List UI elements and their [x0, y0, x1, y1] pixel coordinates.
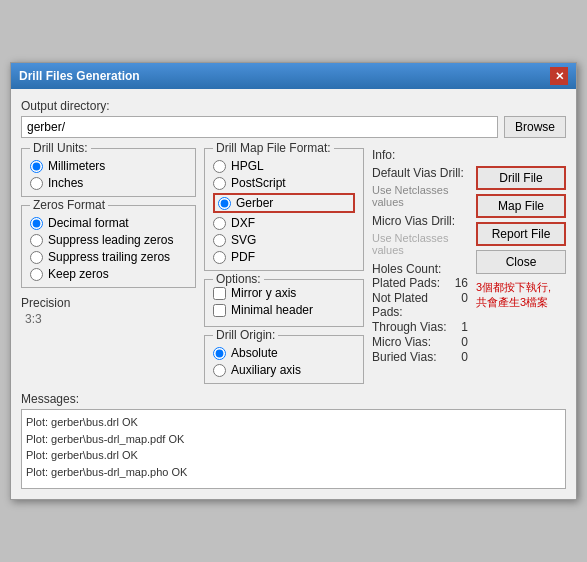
browse-button[interactable]: Browse [504, 116, 566, 138]
drill-map-box: Drill Map File Format: HPGL PostScript [204, 148, 364, 271]
radio-suppress-trailing-input[interactable] [30, 251, 43, 264]
radio-suppress-trailing-label: Suppress trailing zeros [48, 250, 170, 264]
not-plated-pads-row: Not Plated Pads: 0 [372, 291, 468, 319]
radio-suppress-leading-label: Suppress leading zeros [48, 233, 173, 247]
middle-panel: Drill Map File Format: HPGL PostScript [204, 148, 364, 384]
output-dir-input[interactable] [21, 116, 498, 138]
radio-hpgl[interactable]: HPGL [213, 159, 355, 173]
window-title: Drill Files Generation [19, 69, 140, 83]
not-plated-pads-value: 0 [461, 291, 468, 319]
title-bar: Drill Files Generation ✕ [11, 63, 576, 89]
radio-mm-input[interactable] [30, 160, 43, 173]
default-vias-row: Default Vias Drill: [372, 166, 468, 180]
drill-file-button[interactable]: Drill File [476, 166, 566, 190]
message-line: Plot: gerber\bus-drl_map.pdf OK [26, 431, 561, 448]
radio-dxf-label: DXF [231, 216, 255, 230]
radio-dxf-input[interactable] [213, 217, 226, 230]
micro-vias-row: Micro Vias Drill: [372, 214, 468, 228]
radio-mm-label: Millimeters [48, 159, 105, 173]
output-dir-label: Output directory: [21, 99, 566, 113]
radio-dxf[interactable]: DXF [213, 216, 355, 230]
radio-absolute-label: Absolute [231, 346, 278, 360]
radio-auxiliary[interactable]: Auxiliary axis [213, 363, 355, 377]
radio-decimal-label: Decimal format [48, 216, 129, 230]
message-line: Plot: gerber\bus-drl_map.pho OK [26, 464, 561, 481]
radio-auxiliary-input[interactable] [213, 364, 226, 377]
drill-units-title: Drill Units: [30, 141, 91, 155]
radio-pdf-input[interactable] [213, 251, 226, 264]
info-title: Info: [372, 148, 566, 162]
micro-vias-count-value: 0 [461, 335, 468, 349]
output-dir-row: Browse [21, 116, 566, 138]
message-line: Plot: gerber\bus.drl OK [26, 447, 561, 464]
close-button[interactable]: Close [476, 250, 566, 274]
micro-vias-label: Micro Vias Drill: [372, 214, 455, 228]
radio-gerber[interactable]: Gerber [213, 193, 355, 213]
close-window-button[interactable]: ✕ [550, 67, 568, 85]
options-title: Options: [213, 272, 264, 286]
radio-inches[interactable]: Inches [30, 176, 187, 190]
radio-suppress-trailing[interactable]: Suppress trailing zeros [30, 250, 187, 264]
radio-inch-label: Inches [48, 176, 83, 190]
checkbox-mirror-y-input[interactable] [213, 287, 226, 300]
not-plated-pads-label: Not Plated Pads: [372, 291, 461, 319]
radio-millimeters[interactable]: Millimeters [30, 159, 187, 173]
default-vias-value: Use Netclasses values [372, 184, 468, 208]
radio-hpgl-input[interactable] [213, 160, 226, 173]
radio-svg-input[interactable] [213, 234, 226, 247]
radio-suppress-leading-input[interactable] [30, 234, 43, 247]
through-vias-value: 1 [461, 320, 468, 334]
radio-absolute[interactable]: Absolute [213, 346, 355, 360]
micro-vias-value-row: Use Netclasses values [372, 232, 468, 258]
message-line: Plot: gerber\bus.drl OK [26, 414, 561, 431]
radio-postscript-label: PostScript [231, 176, 286, 190]
report-file-button[interactable]: Report File [476, 222, 566, 246]
radio-gerber-label: Gerber [236, 196, 273, 210]
radio-pdf[interactable]: PDF [213, 250, 355, 264]
checkbox-minimal-header-label: Minimal header [231, 303, 313, 317]
zeros-format-box: Zeros Format Decimal format Suppress lea… [21, 205, 196, 288]
options-box: Options: Mirror y axis Minimal header [204, 279, 364, 327]
output-dir-section: Output directory: Browse [21, 99, 566, 138]
radio-suppress-leading[interactable]: Suppress leading zeros [30, 233, 187, 247]
messages-box[interactable]: Plot: gerber\bus.drl OKPlot: gerber\bus-… [21, 409, 566, 489]
radio-svg-label: SVG [231, 233, 256, 247]
radio-keep-zeros-label: Keep zeros [48, 267, 109, 281]
checkbox-minimal-header-input[interactable] [213, 304, 226, 317]
radio-pdf-label: PDF [231, 250, 255, 264]
precision-label: Precision [21, 296, 196, 310]
radio-decimal[interactable]: Decimal format [30, 216, 187, 230]
through-vias-row: Through Vias: 1 [372, 320, 468, 334]
through-vias-label: Through Vias: [372, 320, 447, 334]
radio-absolute-input[interactable] [213, 347, 226, 360]
checkbox-mirror-y[interactable]: Mirror y axis [213, 286, 355, 300]
checkbox-mirror-y-label: Mirror y axis [231, 286, 296, 300]
plated-pads-label: Plated Pads: [372, 276, 440, 290]
drill-units-radio-group: Millimeters Inches [30, 159, 187, 190]
radio-keep-zeros[interactable]: Keep zeros [30, 267, 187, 281]
map-file-button[interactable]: Map File [476, 194, 566, 218]
messages-section: Messages: Plot: gerber\bus.drl OKPlot: g… [21, 392, 566, 489]
messages-label: Messages: [21, 392, 566, 406]
radio-hpgl-label: HPGL [231, 159, 264, 173]
info-with-buttons: Default Vias Drill: Use Netclasses value… [372, 166, 566, 365]
buried-vias-label: Buried Vias: [372, 350, 436, 364]
radio-keep-zeros-input[interactable] [30, 268, 43, 281]
left-panel: Drill Units: Millimeters Inches [21, 148, 196, 384]
micro-vias-value: Use Netclasses values [372, 232, 468, 256]
radio-postscript[interactable]: PostScript [213, 176, 355, 190]
checkbox-minimal-header[interactable]: Minimal header [213, 303, 355, 317]
radio-gerber-input[interactable] [218, 197, 231, 210]
precision-section: Precision 3:3 [21, 296, 196, 326]
radio-decimal-input[interactable] [30, 217, 43, 230]
micro-vias-count-row: Micro Vias: 0 [372, 335, 468, 349]
drill-origin-title: Drill Origin: [213, 328, 278, 342]
drill-units-box: Drill Units: Millimeters Inches [21, 148, 196, 197]
plated-pads-value: 16 [455, 276, 468, 290]
radio-inch-input[interactable] [30, 177, 43, 190]
radio-svg[interactable]: SVG [213, 233, 355, 247]
radio-auxiliary-label: Auxiliary axis [231, 363, 301, 377]
zeros-format-radio-group: Decimal format Suppress leading zeros Su… [30, 216, 187, 281]
zeros-format-title: Zeros Format [30, 198, 108, 212]
radio-postscript-input[interactable] [213, 177, 226, 190]
